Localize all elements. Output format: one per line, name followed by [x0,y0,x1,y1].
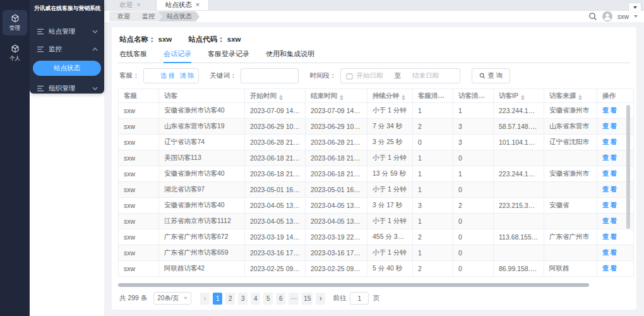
sort-icon[interactable] [279,95,283,100]
end-date-placeholder[interactable]: 结束日期 [412,71,439,80]
window-tab-label: 欢迎 [119,1,133,9]
breadcrumb-chip[interactable]: 站点状态 [158,11,200,21]
close-icon[interactable]: × [196,1,200,8]
table-cell: 1 [413,150,453,166]
sort-icon[interactable] [487,95,491,100]
pager-ellipsis[interactable]: ··· [289,293,299,305]
window-tab-label: 站点状态 [165,1,192,9]
sort-icon[interactable] [402,95,405,100]
table-cell [494,182,544,198]
tab-会话记录[interactable]: 会话记录 [164,49,191,63]
site-code-label: 站点代码： [188,35,225,44]
table-cell: 3 [453,119,494,135]
icon-rail: 管理个人 [0,0,30,316]
date-range-input[interactable]: 开始日期 至 结束日期 [340,68,460,83]
table-cell: 1 [413,182,453,198]
table-cell: 阿联酋 [544,261,597,277]
page-button-1[interactable]: 1 [213,293,222,305]
menu-item[interactable]: 监控 [30,44,104,54]
table-cell: 2023-03-19 14:41:38 [245,229,306,245]
table-cell: 1 [413,214,453,229]
page-button-3[interactable]: 3 [238,293,247,305]
sort-icon[interactable] [340,95,343,100]
page-size-value: 20条/页 [157,294,179,303]
menu-item[interactable]: 组织管理 [30,83,104,94]
column-header[interactable]: 结束时间 [306,89,367,103]
user-menu-caret-icon[interactable] [634,15,638,18]
table-cell: 2023-06-18 21:28:36 [306,166,367,182]
start-date-placeholder[interactable]: 开始日期 [357,71,383,80]
chevron-up-icon [92,47,98,51]
column-header[interactable]: 开始时间 [245,89,306,103]
filter-bar: 客服： 选 择 清 除 关键词： 时间段： 开始日期 [119,68,630,83]
table-cell: 3 [413,198,453,214]
table-cell: 安徽省滁州市 [544,166,597,182]
table-cell: 2023-03-16 17:43:03 [245,245,306,261]
page-button-4[interactable]: 4 [251,293,260,305]
page-button-15[interactable]: 15 [302,293,313,305]
tab-客服登录记录[interactable]: 客服登录记录 [208,49,249,63]
table-cell: sxw [119,103,159,119]
next-page-button[interactable]: › [316,293,325,305]
vertical-scrollbar[interactable] [626,104,630,278]
table-cell: 0 [453,245,494,261]
content-area: 站点名称： sxw 站点代码： sxw 在线客服会话记录客服登录记录使用和集成说… [104,22,644,316]
search-button-label: 查 询 [488,71,503,80]
rail-item-management[interactable]: 管理 [3,10,27,35]
table-row: sxw辽宁省访客742023-06-28 21:13:022023-06-28 … [119,135,634,150]
menu-item-label: 组织管理 [49,84,92,93]
site-info: 站点名称： sxw 站点代码： sxw [119,35,630,44]
search-button-icon [479,73,486,79]
tab-在线客服[interactable]: 在线客服 [119,49,147,63]
table-cell: 广东省广州市访客659 [159,245,245,261]
table-cell: 美国访客113 [159,150,245,166]
breadcrumb-chip[interactable]: 监控 [134,11,162,21]
page-size-select[interactable]: 20条/页 [153,292,191,305]
table-cell: 3 分 25 秒 [367,135,413,150]
page-button-5[interactable]: 5 [263,293,273,305]
select-agent-link[interactable]: 选 择 [160,71,175,80]
page-button-6[interactable]: 6 [276,293,285,305]
clear-agent-link[interactable]: 清 除 [180,71,194,80]
table-cell: 1 [413,166,453,182]
keyword-input[interactable] [241,68,299,83]
sort-icon[interactable] [578,95,582,100]
rail-item-personal[interactable]: 个人 [3,40,27,66]
user-name[interactable]: sxw [617,13,629,20]
column-header[interactable]: 访客消息 [453,89,494,103]
avatar[interactable] [602,11,612,21]
search-button[interactable]: 查 询 [472,68,511,83]
table-cell [494,214,544,229]
table-cell: 2023-07-09 14:23:55 [306,103,367,119]
column-header[interactable]: 访客来源 [544,89,597,103]
horizontal-scrollbar[interactable] [118,283,630,287]
page-button-2[interactable]: 2 [225,293,235,305]
sort-icon[interactable] [447,95,451,100]
column-header[interactable]: 访客IP [494,89,544,103]
sort-icon[interactable] [521,95,525,100]
table-cell [544,150,597,166]
period-filter-label: 时间段： [310,71,337,80]
window-tab[interactable]: 站点状态× [157,0,209,10]
tab-options-button[interactable] [629,3,641,12]
table-cell: 58.57.148.251 [494,119,544,135]
table-cell: 2023-06-28 21:13:02 [245,135,306,150]
table-cell: 1 [453,103,494,119]
tab-使用和集成说明[interactable]: 使用和集成说明 [266,49,314,63]
goto-page-input[interactable]: 1 [350,292,369,305]
submenu-item-site-status[interactable]: 站点状态 [33,61,101,76]
table-row: sxw湖北省访客972023-05-01 16:46:362023-05-01 … [119,182,634,198]
column-header[interactable]: 客服消息 [413,89,453,103]
column-header[interactable]: 持续分钟 [367,89,413,103]
window-tab[interactable]: 欢迎× [104,0,157,10]
agent-select-input[interactable]: 选 择 清 除 [143,68,199,83]
table-cell: 2 [453,198,494,214]
table-cell: 2023-04-05 13:05:54 [245,198,306,214]
search-icon[interactable] [588,12,597,21]
menu-item[interactable]: 站点管理 [30,27,104,37]
breadcrumb-chip[interactable]: 欢迎 [109,11,138,21]
close-icon[interactable]: × [136,1,140,8]
prev-page-button[interactable]: ‹ [200,293,210,305]
table-cell: 安徽省滁州市访客40 [159,166,245,182]
table-cell: sxw [119,198,159,214]
